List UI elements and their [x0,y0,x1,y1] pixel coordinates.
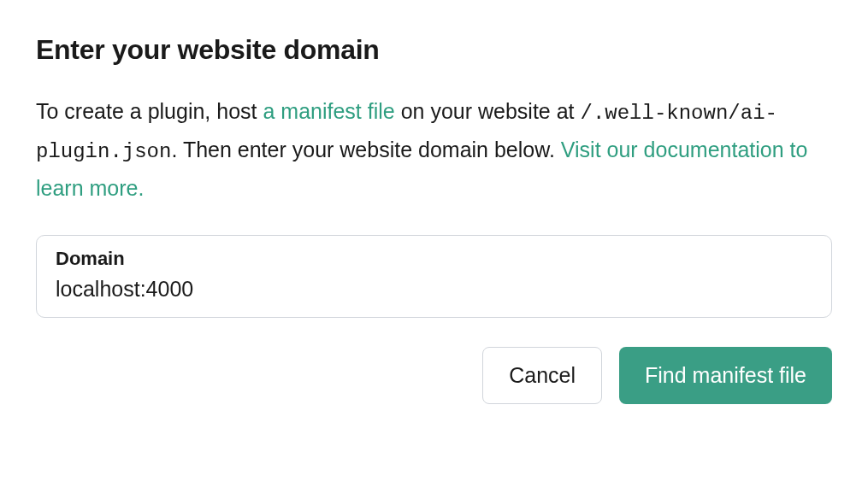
dialog-description: To create a plugin, host a manifest file… [36,93,832,206]
description-text-2: on your website at [395,99,581,123]
domain-label: Domain [56,248,812,270]
description-text-1: To create a plugin, host [36,99,263,123]
plugin-domain-dialog: Enter your website domain To create a pl… [36,34,832,404]
dialog-title: Enter your website domain [36,34,832,66]
button-row: Cancel Find manifest file [36,347,832,404]
description-text-3: . Then enter your website domain below. [171,138,560,161]
domain-input[interactable] [56,277,812,302]
manifest-file-link[interactable]: a manifest file [263,99,394,123]
find-manifest-button[interactable]: Find manifest file [619,347,832,404]
domain-input-wrapper[interactable]: Domain [36,235,832,318]
cancel-button[interactable]: Cancel [482,347,602,404]
